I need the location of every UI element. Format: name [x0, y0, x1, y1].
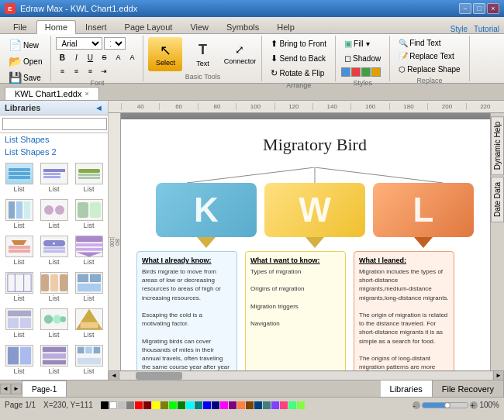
style-swatch-1[interactable]: [341, 67, 350, 77]
shape-item[interactable]: List: [73, 161, 105, 195]
color-swatch-mint[interactable]: [288, 401, 296, 409]
align-left-btn[interactable]: ≡: [56, 65, 68, 77]
style-swatch-2[interactable]: [351, 67, 361, 77]
color-swatch-teal[interactable]: [195, 401, 202, 409]
align-right-btn[interactable]: ≡: [84, 65, 96, 77]
shape-item[interactable]: List: [3, 307, 35, 340]
page-nav-next-btn[interactable]: ►: [11, 384, 22, 394]
shape-item[interactable]: List: [3, 270, 35, 304]
shape-item[interactable]: List: [38, 307, 70, 340]
tab-file[interactable]: File: [5, 20, 36, 33]
shape-item[interactable]: List: [73, 234, 105, 267]
color-swatch-purple[interactable]: [229, 401, 236, 409]
shape-item[interactable]: List: [3, 234, 35, 267]
scrollbar-horizontal[interactable]: ◄ ►: [109, 370, 504, 380]
zoom-slider[interactable]: [422, 402, 468, 408]
color-swatch-brown[interactable]: [246, 401, 254, 409]
font-color-btn[interactable]: A: [112, 51, 124, 64]
doc-tab-close-btn[interactable]: ×: [85, 90, 88, 98]
rotate-flip-btn[interactable]: ↻ Rotate & Flip: [267, 67, 328, 80]
color-swatch-chartreuse[interactable]: [297, 401, 305, 409]
fill-btn[interactable]: ▣ Fill ▾: [340, 37, 374, 50]
shape-item[interactable]: List: [38, 343, 70, 377]
tab-insert[interactable]: Insert: [77, 20, 116, 33]
color-swatch-red[interactable]: [135, 401, 143, 409]
indent-btn[interactable]: ⇥: [98, 65, 110, 77]
underline-btn[interactable]: U: [84, 51, 96, 64]
shape-item[interactable]: List: [73, 270, 105, 304]
align-center-btn[interactable]: ≡: [70, 65, 82, 77]
shape-item[interactable]: List: [3, 161, 35, 195]
kwl-box-l[interactable]: L: [373, 183, 474, 237]
color-swatch-magenta[interactable]: [220, 401, 228, 409]
right-tab-dynamic-help[interactable]: Dynamic Help: [491, 116, 504, 175]
tab-help[interactable]: Help: [268, 20, 303, 33]
strikethrough-btn[interactable]: S: [98, 51, 110, 64]
color-swatch-silver[interactable]: [118, 401, 126, 409]
shape-item[interactable]: List: [73, 343, 105, 377]
kwl-box-w[interactable]: W: [264, 183, 365, 237]
tab-home[interactable]: Home: [36, 20, 76, 34]
replace-shape-btn[interactable]: ⬡ Replace Shape: [395, 64, 464, 75]
color-swatch-black[interactable]: [101, 401, 109, 409]
open-btn[interactable]: 📂Open: [5, 53, 46, 69]
color-swatch-gray[interactable]: [126, 401, 134, 409]
style-link[interactable]: Style: [450, 25, 468, 33]
connector-btn[interactable]: ⤢ Connector: [223, 37, 257, 71]
zoom-out-btn[interactable]: -: [413, 401, 420, 409]
zoom-slider-thumb[interactable]: [444, 402, 450, 408]
shape-item[interactable]: List: [38, 161, 70, 195]
bring-to-front-btn[interactable]: ⬆ Bring to Front: [267, 37, 330, 50]
color-swatch-slate[interactable]: [263, 401, 271, 409]
minimize-btn[interactable]: −: [459, 3, 471, 14]
canvas-scroll[interactable]: Migratory Bird K: [121, 113, 490, 370]
shape-item[interactable]: List: [38, 198, 70, 231]
scroll-left-btn[interactable]: ◄: [109, 370, 119, 380]
tutorial-link[interactable]: Tutorial: [474, 25, 499, 33]
sidebar-search-input[interactable]: [2, 118, 107, 130]
tab-view[interactable]: View: [181, 20, 217, 33]
color-swatch-lime[interactable]: [169, 401, 177, 409]
shape-item[interactable]: List: [3, 198, 35, 231]
bottom-tab-file-recovery[interactable]: File Recovery: [433, 380, 504, 397]
bold-btn[interactable]: B: [56, 51, 68, 64]
shape-item[interactable]: List: [3, 343, 35, 377]
shape-item[interactable]: List: [38, 270, 70, 304]
doc-tab[interactable]: KWL Chart1.eddx ×: [5, 87, 99, 100]
color-swatch-pink[interactable]: [280, 401, 288, 409]
scroll-track-h[interactable]: [120, 372, 492, 380]
page-tab[interactable]: Page-1: [22, 380, 67, 397]
color-swatch-maroon[interactable]: [143, 401, 151, 409]
sidebar-list-item-shapes2[interactable]: List Shapes 2: [0, 146, 108, 158]
right-tab-date-data[interactable]: Date Data: [491, 177, 504, 222]
maximize-btn[interactable]: □: [473, 3, 485, 14]
style-swatch-3[interactable]: [361, 67, 371, 77]
shape-item[interactable]: List: [73, 198, 105, 231]
color-swatch-violet[interactable]: [271, 401, 279, 409]
color-swatch-white[interactable]: [109, 401, 117, 409]
send-to-back-btn[interactable]: ⬇ Send to Back: [267, 52, 329, 65]
sidebar-collapse-btn[interactable]: ◄: [95, 103, 103, 112]
shape-item[interactable]: ● List: [38, 234, 70, 267]
tab-page-layout[interactable]: Page Layout: [116, 20, 181, 33]
font-size-select[interactable]: 10: [104, 37, 126, 50]
color-swatch-orange[interactable]: [237, 401, 245, 409]
replace-text-btn[interactable]: 📝 Replace Text: [395, 50, 458, 62]
save-btn[interactable]: 💾Save: [5, 70, 46, 85]
sidebar-list-item-shapes1[interactable]: List Shapes: [0, 133, 108, 146]
color-swatch-blue[interactable]: [203, 401, 211, 409]
new-btn[interactable]: 📄New: [5, 37, 46, 53]
text-btn[interactable]: T Text: [185, 37, 219, 71]
color-swatch-darkblue[interactable]: [254, 401, 262, 409]
italic-btn[interactable]: I: [70, 51, 82, 64]
font-name-select[interactable]: Arial: [56, 37, 102, 50]
color-swatch-olive[interactable]: [161, 401, 168, 409]
page-nav-prev-btn[interactable]: ◄: [0, 384, 11, 394]
color-swatch-navy[interactable]: [212, 401, 219, 409]
select-btn[interactable]: ↖ Select: [148, 37, 182, 71]
shadow-btn[interactable]: ◻ Shadow: [340, 52, 385, 65]
scroll-right-btn[interactable]: ►: [493, 370, 504, 380]
style-swatch-4[interactable]: [371, 67, 381, 77]
color-swatch-yellow[interactable]: [152, 401, 160, 409]
find-text-btn[interactable]: 🔍 Find Text: [395, 37, 444, 49]
